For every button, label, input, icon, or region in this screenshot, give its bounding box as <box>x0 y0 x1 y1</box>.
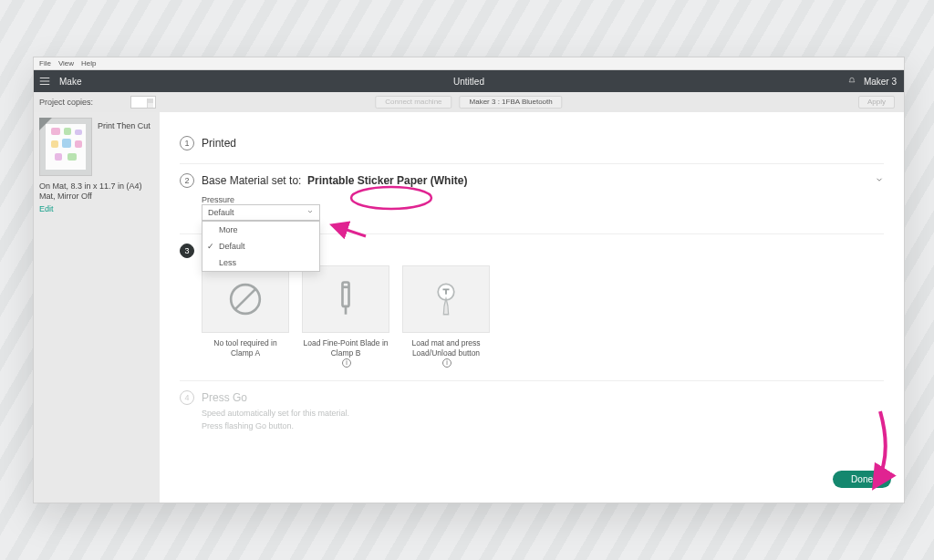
step-4-title: Press Go <box>202 391 247 404</box>
tool-clamp-b-label: Load Fine-Point Blade in Clamp B <box>302 338 389 358</box>
sub-header: Project copies: Apply Connect machine Ma… <box>34 92 904 112</box>
step-4: 4 Press Go Speed automatically set for t… <box>180 381 884 443</box>
step-2-material: Printable Sticker Paper (White) <box>307 174 467 187</box>
machine-selector: Connect machine Maker 3 : 1FBA Bluetooth <box>375 96 562 109</box>
no-tool-icon <box>202 265 289 333</box>
os-menubar: File View Help <box>34 57 904 70</box>
info-icon[interactable]: i <box>342 358 351 368</box>
step-2-title: Base Material set to: Printable Sticker … <box>202 174 467 187</box>
pressure-label: Pressure <box>202 195 884 204</box>
step-2-prefix: Base Material set to: <box>202 174 301 187</box>
blade-icon <box>302 265 389 333</box>
menu-file[interactable]: File <box>39 57 51 69</box>
step-4-badge: 4 <box>180 390 194 405</box>
pressure-option-default-label: Default <box>219 242 245 251</box>
apply-button[interactable]: Apply <box>858 96 895 109</box>
tool-clamp-b: Load Fine-Point Blade in Clamp Bi <box>302 265 389 368</box>
step-3-badge: 3 <box>180 244 194 258</box>
mat-preview <box>39 118 92 176</box>
tool-load-mat: Load mat and press Load/Unload buttoni <box>402 265 490 368</box>
menu-help[interactable]: Help <box>81 57 96 69</box>
step-1-badge: 1 <box>180 136 194 150</box>
selected-machine-button[interactable]: Maker 3 : 1FBA Bluetooth <box>460 96 563 109</box>
main-panel: 1 Printed 2 Base Material set to: Printa… <box>160 112 904 503</box>
step-2: 2 Base Material set to: Printable Sticke… <box>180 164 884 234</box>
pressure-select[interactable]: Default More ✓ Default Less <box>202 204 320 221</box>
tool-clamp-a-label: No tool required in Clamp A <box>202 338 289 358</box>
mode-label: Print Then Cut <box>98 121 150 176</box>
pressure-dropdown: More ✓ Default Less <box>202 221 320 272</box>
tool-clamp-a: No tool required in Clamp A <box>202 265 289 368</box>
step-1: 1 Printed <box>180 127 884 164</box>
connect-machine-button[interactable]: Connect machine <box>375 96 451 109</box>
app-window: File View Help Make Untitled Maker 3 Pro… <box>33 57 905 503</box>
pressure-option-more[interactable]: More <box>202 222 319 238</box>
project-copies-stepper[interactable] <box>130 96 156 109</box>
pressure-option-default[interactable]: ✓ Default <box>202 238 319 254</box>
chevron-down-icon[interactable] <box>875 174 884 187</box>
sidebar: Print Then Cut On Mat, 8.3 in x 11.7 in … <box>34 112 160 503</box>
step-1-title: Printed <box>202 137 236 150</box>
step-4-sub2: Press flashing Go button. <box>202 421 884 430</box>
app-header: Make Untitled Maker 3 <box>34 70 904 92</box>
pressure-option-less[interactable]: Less <box>202 254 319 271</box>
mat-edit-link[interactable]: Edit <box>39 204 154 213</box>
app-body: Print Then Cut On Mat, 8.3 in x 11.7 in … <box>34 112 904 503</box>
info-icon[interactable]: i <box>442 358 451 368</box>
check-icon: ✓ <box>207 242 214 251</box>
step-4-sub1: Speed automatically set for this materia… <box>202 409 884 418</box>
mat-block[interactable]: Print Then Cut <box>39 118 154 176</box>
bell-icon[interactable] <box>847 77 856 86</box>
menu-view[interactable]: View <box>58 57 74 69</box>
header-device-label[interactable]: Maker 3 <box>864 77 897 87</box>
step-2-badge: 2 <box>180 173 194 188</box>
caret-down-icon <box>306 208 314 217</box>
svg-line-1 <box>235 289 256 310</box>
pressure-selected: Default <box>208 208 234 217</box>
load-button-icon <box>402 265 490 333</box>
tool-load-mat-label: Load mat and press Load/Unload button <box>402 338 490 358</box>
svg-rect-2 <box>342 283 348 306</box>
document-title: Untitled <box>34 77 904 87</box>
project-copies-label: Project copies: <box>34 98 93 107</box>
mat-meta: On Mat, 8.3 in x 11.7 in (A4) Mat, Mirro… <box>39 181 154 202</box>
pressure-block: Pressure Default More ✓ Defa <box>202 195 884 221</box>
done-button[interactable]: Done <box>833 471 891 488</box>
